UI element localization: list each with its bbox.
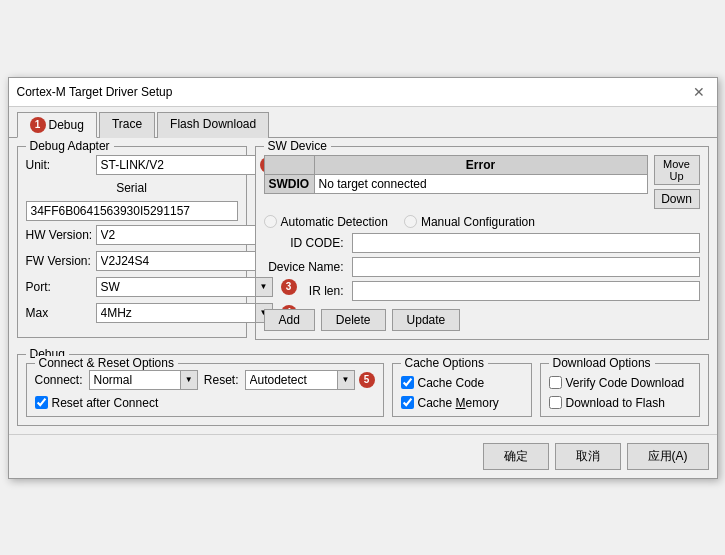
title-bar: Cortex-M Target Driver Setup ✕ bbox=[9, 78, 717, 107]
debug-adapter-panel: Debug Adapter Unit: 2 Serial HW bbox=[17, 146, 247, 346]
ir-len-input[interactable] bbox=[352, 281, 700, 301]
fw-version-input[interactable] bbox=[96, 251, 256, 271]
cache-code-row: Cache Code bbox=[401, 376, 523, 390]
max-row: Max ▼ 4 bbox=[26, 303, 238, 323]
reset-after-connect-checkbox[interactable] bbox=[35, 396, 48, 409]
port-row: Port: ▼ 3 bbox=[26, 277, 238, 297]
device-name-row: Device Name: bbox=[264, 257, 700, 277]
device-name-input[interactable] bbox=[352, 257, 700, 277]
manual-config-radio-input[interactable] bbox=[404, 215, 417, 228]
download-options-title: Download Options bbox=[549, 356, 655, 370]
sw-device-title: SW Device bbox=[264, 139, 331, 153]
verify-code-checkbox[interactable] bbox=[549, 376, 562, 389]
confirm-button[interactable]: 确定 bbox=[483, 443, 549, 470]
auto-detection-radio: Automatic Detection bbox=[264, 215, 388, 229]
sw-table-header: Error bbox=[265, 156, 647, 175]
port-select-wrapper: ▼ bbox=[96, 277, 273, 297]
ir-len-label: IR len: bbox=[264, 284, 344, 298]
cache-memory-checkbox[interactable] bbox=[401, 396, 414, 409]
fw-version-row: FW Version: bbox=[26, 251, 238, 271]
footer: 确定 取消 应用(A) bbox=[9, 434, 717, 478]
auto-detection-radio-input[interactable] bbox=[264, 215, 277, 228]
delete-button[interactable]: Delete bbox=[321, 309, 386, 331]
reset-after-connect-row: Reset after Connect bbox=[35, 396, 375, 410]
radio-row: Automatic Detection Manual Configuration bbox=[264, 215, 700, 229]
reset-dropdown-arrow[interactable]: ▼ bbox=[337, 370, 355, 390]
connect-reset-box: Connect & Reset Options Connect: ▼ Reset… bbox=[26, 363, 384, 417]
fw-version-label: FW Version: bbox=[26, 254, 96, 268]
connect-input[interactable] bbox=[89, 370, 181, 390]
unit-input-wrapper: 2 bbox=[96, 155, 276, 175]
cache-options-box: Cache Options Cache Code Cache Memory bbox=[392, 363, 532, 417]
serial-input[interactable] bbox=[26, 201, 238, 221]
tab-bar: 1Debug Trace Flash Download bbox=[9, 107, 717, 138]
id-code-label: ID CODE: bbox=[264, 236, 344, 250]
sw-col-empty bbox=[265, 156, 315, 175]
cancel-button[interactable]: 取消 bbox=[555, 443, 621, 470]
action-buttons: Add Delete Update bbox=[264, 309, 700, 331]
tab-flash-download[interactable]: Flash Download bbox=[157, 112, 269, 138]
tab-trace[interactable]: Trace bbox=[99, 112, 155, 138]
max-select-wrapper: ▼ bbox=[96, 303, 273, 323]
cache-options-title: Cache Options bbox=[401, 356, 488, 370]
tab-debug[interactable]: 1Debug bbox=[17, 112, 97, 138]
sw-row-label: SWDIO bbox=[265, 175, 315, 193]
verify-code-row: Verify Code Download bbox=[549, 376, 691, 390]
connect-label: Connect: bbox=[35, 373, 83, 387]
main-window: Cortex-M Target Driver Setup ✕ 1Debug Tr… bbox=[8, 77, 718, 479]
cache-memory-row: Cache Memory bbox=[401, 396, 523, 410]
sw-col-error: Error bbox=[315, 156, 647, 175]
auto-detection-label: Automatic Detection bbox=[281, 215, 388, 229]
manual-config-label: Manual Configuration bbox=[421, 215, 535, 229]
unit-row: Unit: 2 bbox=[26, 155, 238, 175]
add-button[interactable]: Add bbox=[264, 309, 315, 331]
download-to-flash-checkbox[interactable] bbox=[549, 396, 562, 409]
verify-code-label: Verify Code Download bbox=[566, 376, 685, 390]
port-input[interactable] bbox=[96, 277, 256, 297]
connect-dropdown-arrow[interactable]: ▼ bbox=[180, 370, 198, 390]
reset-after-connect-label: Reset after Connect bbox=[52, 396, 159, 410]
port-label: Port: bbox=[26, 280, 96, 294]
ir-len-row: IR len: bbox=[264, 281, 700, 301]
hw-version-input[interactable] bbox=[96, 225, 256, 245]
download-options-box: Download Options Verify Code Download Do… bbox=[540, 363, 700, 417]
sw-table-row: SWDIO No target connected bbox=[265, 175, 647, 193]
max-input[interactable] bbox=[96, 303, 256, 323]
close-button[interactable]: ✕ bbox=[689, 84, 709, 100]
main-row: Debug Adapter Unit: 2 Serial HW bbox=[17, 146, 709, 346]
cache-code-checkbox[interactable] bbox=[401, 376, 414, 389]
debug-adapter-title: Debug Adapter bbox=[26, 139, 114, 153]
hw-version-row: HW Version: bbox=[26, 225, 238, 245]
reset-dropdown-wrapper: ▼ 5 bbox=[245, 370, 375, 390]
debug-section: Debug Connect & Reset Options Connect: ▼… bbox=[17, 354, 709, 426]
manual-config-radio: Manual Configuration bbox=[404, 215, 535, 229]
connect-reset-title: Connect & Reset Options bbox=[35, 356, 178, 370]
id-code-input[interactable] bbox=[352, 233, 700, 253]
reset-input[interactable] bbox=[245, 370, 338, 390]
apply-button[interactable]: 应用(A) bbox=[627, 443, 709, 470]
download-to-flash-row: Download to Flash bbox=[549, 396, 691, 410]
unit-input[interactable] bbox=[96, 155, 256, 175]
sw-device-group: SW Device Error SWDIO No bbox=[255, 146, 709, 340]
cache-code-label: Cache Code bbox=[418, 376, 485, 390]
serial-label: Serial bbox=[26, 181, 238, 195]
sw-move-buttons: MoveUp Down bbox=[654, 155, 700, 209]
sw-row-value: No target connected bbox=[315, 175, 647, 193]
tab-debug-badge: 1 bbox=[30, 117, 46, 133]
move-down-button[interactable]: Down bbox=[654, 189, 700, 209]
window-title: Cortex-M Target Driver Setup bbox=[17, 85, 173, 99]
update-button[interactable]: Update bbox=[392, 309, 461, 331]
download-to-flash-label: Download to Flash bbox=[566, 396, 665, 410]
cache-memory-label: Cache Memory bbox=[418, 396, 499, 410]
unit-label: Unit: bbox=[26, 158, 96, 172]
move-up-button[interactable]: MoveUp bbox=[654, 155, 700, 185]
device-name-label: Device Name: bbox=[264, 260, 344, 274]
sw-device-panel: SW Device Error SWDIO No bbox=[255, 146, 709, 346]
sw-table: Error SWDIO No target connected bbox=[264, 155, 648, 194]
tab-content: Debug Adapter Unit: 2 Serial HW bbox=[9, 138, 717, 434]
reset-select-wrapper: ▼ bbox=[245, 370, 355, 390]
debug-adapter-group: Debug Adapter Unit: 2 Serial HW bbox=[17, 146, 247, 338]
reset-label: Reset: bbox=[204, 373, 239, 387]
sw-table-wrapper: Error SWDIO No target connected bbox=[264, 155, 648, 209]
connect-dropdown-wrapper: ▼ bbox=[89, 370, 198, 390]
